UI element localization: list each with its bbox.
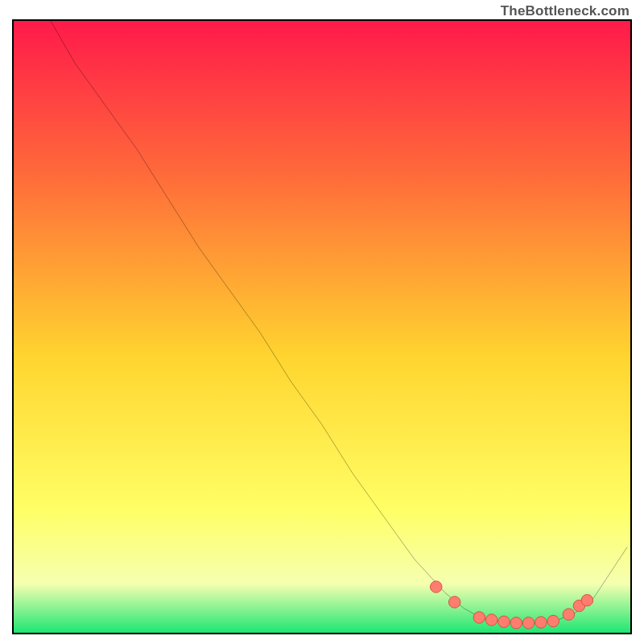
curve-marker bbox=[535, 617, 547, 628]
curve-marker bbox=[498, 616, 510, 627]
curve-markers bbox=[430, 581, 592, 629]
plot-area bbox=[12, 19, 632, 634]
curve-marker bbox=[430, 581, 442, 592]
curve-marker bbox=[547, 615, 559, 626]
watermark-text: TheBottleneck.com bbox=[501, 3, 630, 19]
curve-marker bbox=[510, 617, 522, 629]
curve-marker bbox=[581, 595, 593, 606]
curve-marker bbox=[485, 614, 497, 625]
curve-marker bbox=[563, 609, 575, 620]
curve-marker bbox=[473, 612, 485, 623]
chart-container: TheBottleneck.com bbox=[0, 0, 644, 644]
bottleneck-curve bbox=[51, 21, 627, 623]
curve-marker bbox=[448, 597, 460, 608]
curve-layer bbox=[14, 21, 630, 633]
curve-marker bbox=[522, 617, 535, 629]
